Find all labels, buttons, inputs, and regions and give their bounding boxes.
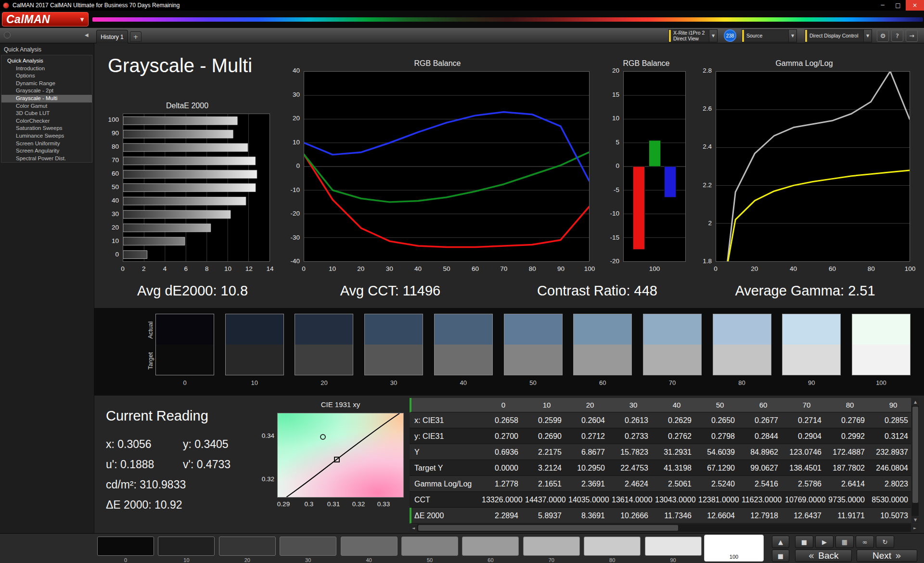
table-cell: 10.2666 — [612, 508, 655, 524]
scroll-up-icon[interactable]: ▲ — [911, 398, 919, 406]
x-axis-label: 6 — [174, 265, 198, 272]
sidebar-item-saturation-sweeps[interactable]: Saturation Sweeps — [1, 125, 92, 132]
table-cell: 10.2950 — [568, 460, 612, 476]
table-cell: 11.9171 — [828, 508, 872, 524]
actual-swatch — [226, 314, 283, 345]
column-header: 70 — [785, 398, 828, 412]
table-cell: 12.6604 — [698, 508, 742, 524]
tab-history-1[interactable]: History 1 — [96, 30, 128, 43]
grayscale-swatch-50 — [504, 314, 563, 375]
continuous-read-button[interactable]: ∞ — [856, 536, 874, 548]
meter-dropdown[interactable]: X-Rite i1Pro 2 Direct View ▼ — [668, 29, 718, 42]
y-axis-label: 40 — [282, 67, 300, 74]
chevron-down-icon[interactable]: ▼ — [863, 30, 872, 42]
table-vertical-scrollbar[interactable]: ▲▼ — [911, 398, 919, 524]
x-axis-label: 100 — [642, 265, 667, 272]
nav-dot-button[interactable] — [4, 32, 11, 38]
display-control-dropdown[interactable]: Direct Display Control ▼ — [805, 29, 872, 42]
grayscale-swatch-70 — [643, 314, 702, 375]
maximize-button[interactable]: □ — [890, 0, 906, 11]
patch-button-90[interactable] — [645, 537, 702, 556]
swatch-label: 60 — [573, 379, 632, 386]
deltae-bar — [123, 157, 256, 165]
sidebar-item-colorchecker[interactable]: ColorChecker — [1, 117, 92, 125]
sidebar-item-options[interactable]: Options — [1, 72, 92, 80]
sidebar-item-luminance-sweeps[interactable]: Luminance Sweeps — [1, 132, 92, 140]
patch-button-20[interactable] — [219, 537, 276, 556]
pattern-button[interactable]: ▦ — [835, 536, 854, 548]
table-horizontal-scrollbar[interactable]: ◄► — [410, 524, 919, 531]
sidebar-item-grayscale-multi[interactable]: Grayscale - Multi — [1, 95, 92, 102]
bar-category-label: 100 — [99, 116, 119, 123]
sidebar-section-title: Quick Analysis — [4, 46, 41, 53]
sidebar-item-spectral-power-dist-[interactable]: Spectral Power Dist. — [1, 155, 92, 163]
patch-button-100-selected[interactable]: 100 — [704, 535, 764, 562]
window-buttons: ─ □ × — [875, 0, 924, 11]
add-tab-button[interactable]: + — [130, 31, 141, 42]
calman-logo-menu[interactable]: CalMAN ▼ — [2, 12, 89, 26]
pattern-window-button[interactable]: ■ — [772, 550, 789, 562]
close-button[interactable]: × — [906, 0, 924, 11]
actual-swatch — [643, 314, 701, 345]
gear-icon[interactable]: ⚙ — [877, 30, 889, 42]
table-cell: 2.5786 — [785, 476, 828, 492]
table-cell: 0.2855 — [872, 412, 915, 428]
eject-button[interactable]: ▲ — [772, 536, 789, 548]
scroll-down-icon[interactable]: ▼ — [911, 516, 919, 524]
table-cell: 2.2175 — [525, 444, 568, 460]
sidebar-item-3d-cube-lut[interactable]: 3D Cube LUT — [1, 110, 92, 117]
sidebar-item-screen-uniformity[interactable]: Screen Uniformity — [1, 140, 92, 148]
bar-category-label: 40 — [99, 197, 119, 204]
back-chevron-icon: « — [808, 550, 814, 562]
sidebar-item-introduction[interactable]: Introduction — [1, 65, 92, 73]
expand-icon[interactable]: → — [906, 30, 918, 42]
series-red — [304, 154, 589, 247]
x-axis-label: 40 — [782, 265, 806, 272]
back-button[interactable]: « Back — [795, 550, 852, 562]
sidebar-item-root[interactable]: Quick Analysis — [1, 57, 92, 65]
patch-button-80[interactable] — [584, 537, 641, 556]
patch-button-10[interactable] — [158, 537, 215, 556]
sidebar-item-dynamic-range[interactable]: Dynamic Range — [1, 80, 92, 88]
target-swatch — [713, 345, 771, 375]
swatch-label: 30 — [364, 379, 423, 386]
table-cell: 13326.0000 — [482, 492, 525, 508]
scroll-thumb[interactable] — [912, 407, 918, 503]
chevron-down-icon[interactable]: ▼ — [709, 30, 717, 42]
table-cell: 9735.0000 — [828, 492, 872, 508]
y-axis-label: -40 — [282, 257, 300, 265]
scroll-left-icon[interactable]: ◄ — [410, 524, 417, 532]
scroll-right-icon[interactable]: ► — [911, 524, 919, 532]
chevron-down-icon[interactable]: ▼ — [788, 30, 796, 42]
patch-button-0[interactable] — [97, 537, 154, 556]
patch-button-50[interactable] — [401, 537, 458, 556]
sidebar-item-screen-angularity[interactable]: Screen Angularity — [1, 147, 92, 155]
table-cell: 1.2778 — [482, 476, 525, 492]
row-label: Y — [410, 444, 482, 460]
table-cell: 0.2712 — [568, 428, 612, 444]
sidebar-item-color-gamut[interactable]: Color Gamut — [1, 102, 92, 110]
patch-button-30[interactable] — [280, 537, 336, 556]
meter-count-badge: 238 — [724, 29, 736, 42]
reading-y: y: 0.3405 — [183, 438, 229, 451]
avg-de2000-stat: Avg dE2000: 10.8 — [137, 283, 248, 299]
actual-swatch — [713, 314, 771, 345]
scroll-thumb[interactable] — [418, 525, 678, 531]
help-icon[interactable]: ? — [891, 30, 903, 42]
x-axis-label: 60 — [820, 265, 844, 272]
meter-line2: Direct View — [673, 36, 706, 42]
y-axis-label: 2.2 — [695, 181, 712, 189]
refresh-button[interactable]: ↻ — [876, 536, 894, 548]
sidebar-collapse-icon[interactable]: ◀ — [85, 32, 89, 38]
minimize-button[interactable]: ─ — [875, 0, 890, 11]
target-swatch — [365, 345, 423, 375]
play-button[interactable]: ▶ — [815, 536, 834, 548]
sidebar-item-grayscale-2pt[interactable]: Grayscale - 2pt — [1, 87, 92, 95]
x-axis-label: 4 — [153, 265, 177, 272]
patch-button-60[interactable] — [462, 537, 519, 556]
next-button[interactable]: Next » — [857, 550, 917, 562]
patch-button-70[interactable] — [523, 537, 580, 556]
source-dropdown[interactable]: Source ▼ — [742, 29, 797, 42]
patch-button-40[interactable] — [341, 537, 398, 556]
stop-button[interactable]: ■ — [795, 536, 813, 548]
